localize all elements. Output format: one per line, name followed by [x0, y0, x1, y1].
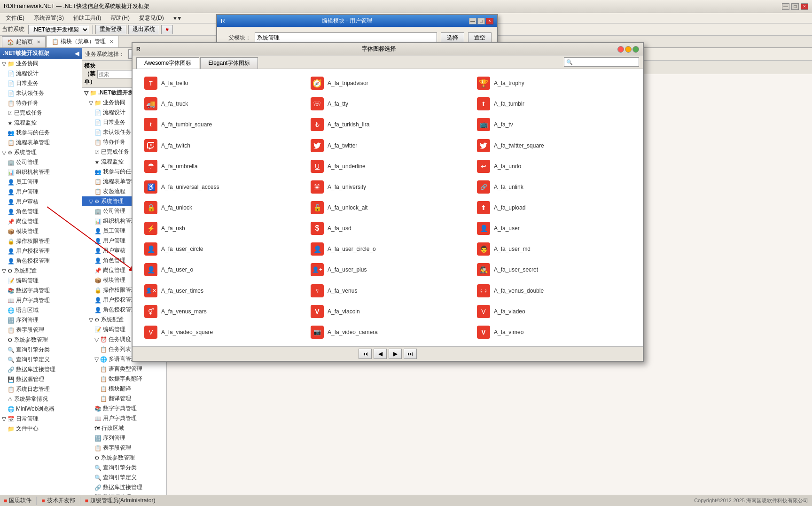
sidebar-item-shujukulianjie[interactable]: 🔗 数据库连接管理	[0, 365, 82, 374]
icon-item-universal-access[interactable]: ♿ A_fa_universal_access	[138, 177, 304, 197]
sidebar-item-gangwei[interactable]: 📌 岗位管理	[0, 217, 82, 226]
parent-module-input[interactable]	[255, 32, 437, 43]
sidebar-item-yichangqingkuang[interactable]: ⚠ 系统异常情况	[0, 394, 82, 404]
sidebar-item-zuzhijigou[interactable]: 📊 组织机构管理	[0, 167, 82, 177]
tree-node-yonghuziidian2[interactable]: 📖 用户字典管理	[82, 413, 166, 423]
tree-node-xulie2[interactable]: 🔢 序列管理	[82, 433, 166, 443]
sidebar-item-jiaose[interactable]: 👤 角色管理	[0, 207, 82, 217]
clear-btn[interactable]: 置空	[468, 32, 492, 43]
icon-item-user-plus[interactable]: 👤+ A_fa_user_plus	[304, 259, 471, 280]
sidebar-item-richangguanli[interactable]: ▽ 📅 日常管理	[0, 414, 82, 424]
icon-item-tumblr-square[interactable]: t A_fa_tumblr_square	[138, 114, 304, 135]
select-btn[interactable]: 选择	[441, 32, 464, 43]
icon-item-user-secret[interactable]: 🕵 A_fa_user_secret	[471, 259, 637, 280]
nav-prev[interactable]: ◀	[374, 349, 387, 359]
icon-picker-maximize[interactable]	[632, 46, 639, 53]
icon-item-usd[interactable]: $ A_fa_usd	[304, 218, 471, 239]
tab-menu[interactable]: 📋 模块（菜单）管理 ✕	[47, 36, 118, 47]
sidebar-item-yuyanquyu[interactable]: 🌐 语言区域	[0, 305, 82, 315]
tab-menu-close[interactable]: ✕	[109, 39, 113, 44]
icon-item-truck[interactable]: 🚚 A_fa_truck	[138, 93, 304, 114]
sidebar-item-wenjianzhongxin[interactable]: 📁 文件中心	[0, 424, 82, 434]
sidebar-item-jiaoseshouquan[interactable]: 👤 角色授权管理	[0, 256, 82, 266]
icon-item-tripadvisor[interactable]: 🧭 A_fa_tripadvisor	[304, 73, 471, 93]
tree-node-xitongcanshu2[interactable]: ⚙ 系统参数管理	[82, 453, 166, 463]
edit-dialog-maximize[interactable]: □	[477, 18, 485, 24]
sidebar-item-yonghushenhe[interactable]: 👤 用户审核	[0, 197, 82, 207]
icon-item-trello[interactable]: T A_fa_trello	[138, 73, 304, 93]
tree-node-mokuaifanyi[interactable]: 📋 模块翻译	[82, 384, 166, 394]
icon-item-venus-mars[interactable]: ⚥ A_fa_venus_mars	[138, 301, 304, 322]
sidebar-item-chaxunyinfendinyi[interactable]: 🔍 查询引擎定义	[0, 355, 82, 365]
edit-dialog-close[interactable]: —	[469, 18, 476, 24]
tree-node-chaxunyinfenfenlei2[interactable]: 🔍 查询引擎分类	[82, 463, 166, 473]
menu-help[interactable]: 帮助(H)	[107, 13, 133, 23]
icon-item-trophy[interactable]: 🏆 A_fa_trophy	[471, 73, 637, 93]
tree-node-shujukulianjie2[interactable]: 🔗 数据库连接管理	[82, 483, 166, 492]
sidebar-item-miniweb[interactable]: 🌐 MiniWeb浏览器	[0, 404, 82, 414]
sidebar-item-weiren[interactable]: 📄 未认领任务	[0, 88, 82, 98]
sidebar-item-richang[interactable]: 📄 日常业务	[0, 78, 82, 88]
maximize-btn[interactable]: □	[791, 3, 799, 10]
sidebar-item-daiban[interactable]: 📋 待办任务	[0, 98, 82, 108]
icon-item-vimeo[interactable]: V A_fa_vimeo	[471, 322, 637, 343]
logout-btn[interactable]: 退出系统	[128, 25, 159, 34]
relogin-btn[interactable]: 重新登录	[95, 25, 126, 34]
sidebar-item-yonghu[interactable]: 👤 用户管理	[0, 187, 82, 197]
icon-item-video-camera[interactable]: 📷 A_fa_video_camera	[304, 322, 471, 343]
tab-home[interactable]: 🏠 起始页 ✕	[2, 36, 46, 47]
sidebar-item-gongsi[interactable]: 🏢 公司管理	[0, 157, 82, 167]
tree-node-shujuzidiianfanyi[interactable]: 📋 数据字典翻译	[82, 374, 166, 384]
minimize-btn[interactable]: —	[782, 3, 789, 10]
tab-home-close[interactable]: ✕	[37, 39, 40, 45]
icon-item-twitter-square[interactable]: A_fa_twitter_square	[471, 135, 637, 156]
sidebar-item-shujuziidian[interactable]: 📚 数据字典管理	[0, 286, 82, 296]
sidebar-item-xitonpeizhi[interactable]: ▽ ⚙ 系统配置	[0, 266, 82, 276]
sidebar-item-xulie[interactable]: 🔢 序列管理	[0, 315, 82, 325]
icon-item-twitter[interactable]: A_fa_twitter	[304, 135, 471, 156]
edit-dialog-close-btn[interactable]: ×	[486, 18, 493, 24]
sidebar-item-wocanyujia[interactable]: 👥 我参与的任务	[0, 128, 82, 138]
icon-item-viacoin[interactable]: V A_fa_viacoin	[304, 301, 471, 322]
heart-btn[interactable]: ♥	[161, 25, 173, 34]
sidebar-item-xitongguanli[interactable]: ▽ ⚙ 系统管理	[0, 148, 82, 157]
tab-elegant[interactable]: Elegant字体图标	[200, 57, 258, 69]
icon-item-twitch[interactable]: A_fa_twitch	[138, 135, 304, 156]
icon-picker-close[interactable]	[617, 46, 624, 53]
icon-item-university[interactable]: 🏛 A_fa_university	[304, 177, 471, 197]
icon-item-tv[interactable]: 📺 A_fa_tv	[471, 114, 637, 135]
nav-next[interactable]: ▶	[389, 349, 402, 359]
icon-item-viadeo-square[interactable]: V A_fa_viadeo_square	[138, 322, 304, 343]
sidebar-item-biama[interactable]: 📝 编码管理	[0, 276, 82, 286]
menu-file[interactable]: 文件(E)	[2, 13, 28, 23]
icon-item-venus[interactable]: ♀ A_fa_venus	[304, 280, 471, 301]
sidebar-item-liucheng[interactable]: 📄 流程设计	[0, 69, 82, 78]
icon-item-viadeo[interactable]: V A_fa_viadeo	[471, 301, 637, 322]
sidebar-item-liuchengbiao[interactable]: 📋 流程表单管理	[0, 138, 82, 148]
sidebar-item-yonghushouquan[interactable]: 👤 用户授权管理	[0, 246, 82, 256]
sidebar-item-yewuxietong[interactable]: ▽ 📁 业务协同	[0, 59, 82, 69]
icon-item-unlock-alt[interactable]: 🔓 A_fa_unlock_alt	[304, 197, 471, 218]
close-btn[interactable]: ×	[801, 3, 808, 10]
icon-item-user-circle[interactable]: 👤 A_fa_user_circle	[138, 239, 304, 259]
tree-node-yuyantype[interactable]: 📋 语言类型管理	[82, 364, 166, 374]
menu-tools[interactable]: 辅助工具(I)	[70, 13, 105, 23]
icon-item-user-md[interactable]: 👨 A_fa_user_md	[471, 239, 637, 259]
sidebar-item-yonghuziidian[interactable]: 📖 用户字典管理	[0, 296, 82, 305]
sidebar-item-yiwancheng[interactable]: ☑ 已完成任务	[0, 108, 82, 118]
icon-item-underline[interactable]: U A_fa_underline	[304, 156, 471, 177]
tab-awesome[interactable]: Awesome字体图标	[136, 57, 199, 69]
icon-item-turkish-lira[interactable]: ₺ A_fa_turkish_lira	[304, 114, 471, 135]
icon-item-tumblr[interactable]: t A_fa_tumblr	[471, 93, 637, 114]
menu-system-settings[interactable]: 系统设置(S)	[30, 13, 68, 23]
sidebar-item-xitongcanshu[interactable]: ⚙ 系统参数管理	[0, 335, 82, 345]
icon-item-usb[interactable]: ⚡ A_fa_usb	[138, 218, 304, 239]
icon-item-upload[interactable]: ⬆ A_fa_upload	[471, 197, 637, 218]
icon-item-venus-double[interactable]: ♀♀ A_fa_venus_double	[471, 280, 637, 301]
tree-node-fanyiguanli[interactable]: 📋 翻译管理	[82, 394, 166, 404]
nav-first[interactable]: ⏮	[359, 349, 372, 359]
sidebar-collapse-icon[interactable]: ◀	[75, 50, 79, 57]
sidebar-item-biaoziiduan[interactable]: 📋 表字段管理	[0, 325, 82, 335]
icon-item-user[interactable]: 👤 A_fa_user	[471, 218, 637, 239]
sidebar-item-shujuyuan[interactable]: 💾 数据源管理	[0, 374, 82, 384]
